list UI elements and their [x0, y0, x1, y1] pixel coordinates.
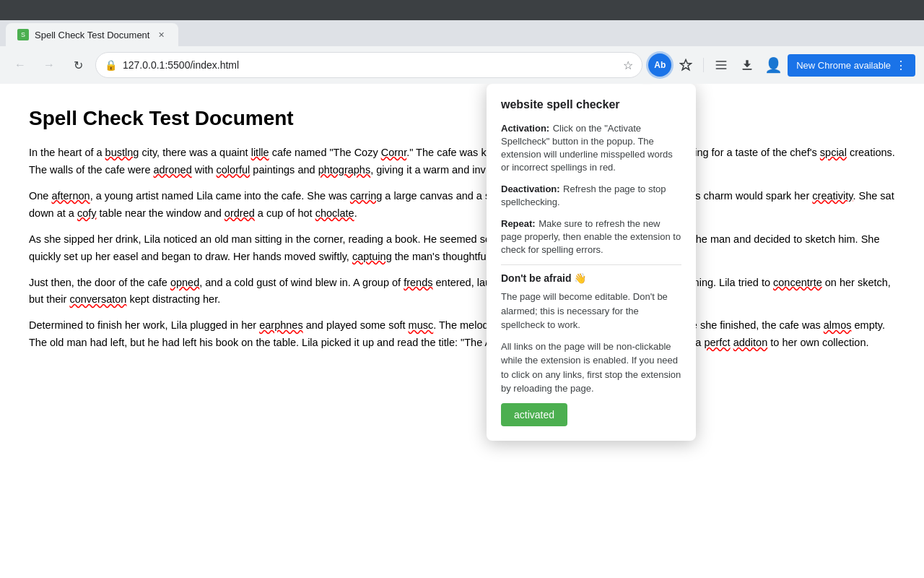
toolbar-divider — [703, 58, 704, 72]
deactivation-title: Deactivation: — [501, 184, 560, 194]
misspell-captuing: captuing — [352, 251, 392, 262]
misspell-colorful: colorful — [217, 164, 250, 176]
bookmark-icon[interactable]: ☆ — [623, 59, 633, 72]
lock-icon: 🔒 — [105, 59, 117, 71]
svg-rect-2 — [716, 68, 727, 69]
popup-activation-section: Activation: Click on the "Activate Spell… — [501, 121, 681, 173]
misspell-musc: musc — [409, 319, 434, 331]
misspell-cornr: Cornr — [381, 147, 406, 158]
nav-bar: ← → ↻ 🔒 127.0.0.1:5500/index.html ☆ Ab — [0, 46, 924, 84]
activate-button[interactable]: activated — [501, 403, 567, 426]
svg-rect-3 — [743, 69, 752, 70]
misspell-adroned: adroned — [153, 164, 191, 176]
browser-chrome: S Spell Check Test Document ✕ ← → ↻ 🔒 12… — [0, 20, 924, 84]
download-button[interactable] — [736, 53, 759, 77]
paragraph-1: In the heart of a bustlng city, there wa… — [29, 144, 895, 179]
extensions-button[interactable] — [674, 53, 697, 77]
toolbar-right: Ab — [648, 53, 915, 77]
paragraph-4: Just then, the door of the cafe opned, a… — [29, 275, 895, 309]
misspell-carring: carring — [350, 190, 382, 202]
misspell-concentrte: concentrte — [773, 277, 822, 288]
spellcheck-extension-button[interactable]: Ab — [648, 53, 671, 77]
misspell-bustlng: bustlng — [105, 147, 139, 158]
misspell-earphnes: earphnes — [259, 319, 302, 331]
refresh-button[interactable]: ↻ — [66, 53, 90, 77]
page-content: Spell Check Test Document In the heart o… — [0, 84, 924, 578]
misspell-ordred: ordred — [225, 207, 255, 219]
new-chrome-button[interactable]: New Chrome available ⋮ — [788, 54, 915, 77]
profile-button[interactable]: 👤 — [762, 53, 785, 77]
repeat-title: Repeat: — [501, 218, 536, 229]
popup-body-text-1: The page will become editable. Don't be … — [501, 290, 681, 332]
svg-rect-0 — [716, 61, 727, 62]
page-title: Spell Check Test Document — [29, 107, 895, 130]
paragraph-5: Determined to finish her work, Lila plug… — [29, 317, 895, 352]
misspell-creativity: creativity — [812, 190, 853, 202]
os-bar — [0, 0, 924, 20]
popup-repeat-section: Repeat: Make sure to refresh the new pag… — [501, 217, 681, 256]
popup-deactivation-section: Deactivation: Refresh the page to stop s… — [501, 182, 681, 208]
paragraph-3: As she sipped her drink, Lila noticed an… — [29, 231, 895, 266]
misspell-cofy: cofy — [77, 207, 97, 219]
misspell-phtographs: phtographs — [318, 164, 371, 176]
popup-body-text-2: All links on the page will be non-clicka… — [501, 340, 681, 396]
misspell-afternon: afternon — [51, 190, 90, 202]
back-button[interactable]: ← — [9, 53, 32, 77]
popup-title: website spell checker — [501, 98, 681, 111]
popup-divider — [501, 264, 681, 265]
misspell-perfct: perfct — [704, 337, 730, 348]
page-body: In the heart of a bustlng city, there wa… — [29, 144, 895, 352]
tab-close-button[interactable]: ✕ — [155, 29, 167, 40]
misspell-opned: opned — [170, 277, 199, 288]
activation-title: Activation: — [501, 123, 549, 134]
svg-rect-1 — [716, 64, 727, 66]
extensions-manage-button[interactable] — [710, 53, 733, 77]
new-chrome-label: New Chrome available — [796, 60, 891, 71]
misspell-additon: additon — [733, 337, 768, 348]
dont-afraid-title: Don't be afraid 👋 — [501, 272, 681, 284]
active-tab[interactable]: S Spell Check Test Document ✕ — [6, 23, 178, 46]
forward-button[interactable]: → — [38, 53, 61, 77]
misspell-spcial: spcial — [820, 147, 847, 158]
extension-popup: website spell checker Activation: Click … — [487, 84, 696, 441]
tab-favicon: S — [17, 29, 29, 40]
new-chrome-menu-icon: ⋮ — [895, 59, 907, 72]
paragraph-2: One afternon, a young artist named Lila … — [29, 188, 895, 223]
url-text[interactable]: 127.0.0.1:5500/index.html — [123, 59, 617, 71]
misspell-frends: frends — [404, 277, 432, 288]
misspell-conversaton: conversaton — [69, 293, 126, 305]
misspell-choclate: choclate — [315, 207, 354, 219]
tab-bar: S Spell Check Test Document ✕ — [0, 20, 924, 46]
tab-label: Spell Check Test Document — [35, 30, 149, 40]
misspell-almos: almos — [824, 319, 852, 331]
misspell-litlle: litlle — [251, 147, 269, 158]
address-bar[interactable]: 🔒 127.0.0.1:5500/index.html ☆ — [95, 52, 642, 78]
